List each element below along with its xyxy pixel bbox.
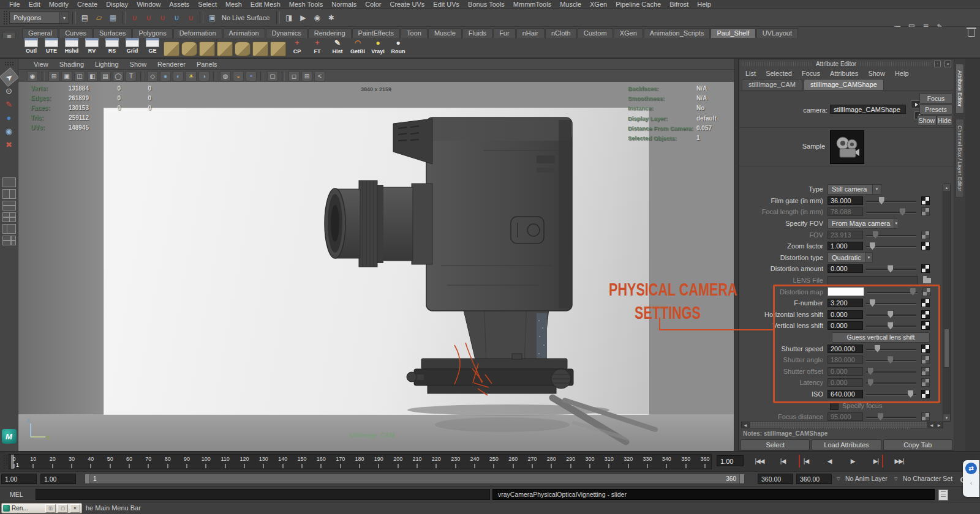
focus-button[interactable]: Focus (919, 93, 952, 103)
panel-divider[interactable] (734, 59, 739, 451)
viewport-menu-panels[interactable]: Panels (191, 61, 223, 68)
distortion-amount-slider[interactable] (866, 264, 916, 273)
isolate-select-icon[interactable]: ▢ (267, 71, 278, 81)
smooth-shade-icon[interactable]: ● (160, 71, 171, 81)
live-surface-label[interactable]: No Live Surface (218, 14, 273, 21)
presets-button[interactable]: Presets (919, 104, 952, 114)
anim-start-field[interactable]: 1.00 (40, 474, 76, 484)
frame-ruler[interactable]: 1 01020304050607080901001101201301401501… (9, 454, 712, 469)
shelf-button-rv[interactable]: RV (83, 38, 101, 58)
layout-preset-3-button[interactable] (2, 201, 16, 210)
render-icon[interactable]: ▶ (297, 12, 309, 24)
menu-color[interactable]: Color (361, 0, 385, 9)
shelf-tab-nhair[interactable]: nHair (516, 28, 545, 38)
shelf-tab-painteffects[interactable]: PaintEffects (352, 28, 401, 38)
shelf-tab-toon[interactable]: Toon (401, 28, 428, 38)
scroll-left-icon[interactable]: ◀ (742, 423, 749, 427)
menu-mmmmtools[interactable]: MmmmTools (509, 0, 556, 9)
teamviewer-dock-tab[interactable]: ⇄ ‹ (963, 460, 979, 497)
selection-mode-dropdown[interactable]: Polygons ▼ (9, 12, 69, 24)
step-back-frame-button[interactable]: |◀ (775, 455, 790, 467)
shelf-tab-rendering[interactable]: Rendering (308, 28, 352, 38)
shelf-crate-icon[interactable] (270, 42, 286, 56)
zoom-factor-slider[interactable] (866, 242, 916, 250)
fov-slider[interactable] (866, 231, 916, 239)
play-backwards-button[interactable]: ◀ (822, 455, 837, 467)
layout-preset-5-button[interactable] (2, 224, 16, 234)
map-button[interactable] (921, 412, 930, 421)
layout-preset-1-button[interactable] (2, 177, 16, 187)
ae-menu-focus[interactable]: Focus (797, 70, 825, 77)
slider-handle[interactable] (870, 242, 875, 250)
ae-menu-show[interactable]: Show (863, 70, 890, 77)
scroll-left-icon[interactable]: ◀ (928, 423, 935, 427)
command-input[interactable] (36, 489, 490, 500)
ae-menu-selected[interactable]: Selected (761, 70, 797, 77)
shelf-button-outl[interactable]: Outl (22, 38, 40, 58)
map-button[interactable] (921, 196, 930, 205)
menu-bifrost[interactable]: Bifrost (665, 0, 693, 9)
shelf-tab-fluids[interactable]: Fluids (462, 28, 492, 38)
snap-grid-icon[interactable]: ∪ (129, 12, 140, 24)
vertical-scrollbar[interactable]: ▲ ▼ (943, 184, 951, 422)
save-scene-icon[interactable]: ▦ (107, 12, 119, 24)
camera-select-icon[interactable]: ◉ (27, 71, 38, 81)
trash-icon[interactable] (968, 29, 975, 37)
scroll-down-icon[interactable]: ▼ (943, 414, 950, 421)
live-surface-icon[interactable]: ▣ (206, 12, 218, 24)
current-time-field[interactable]: 1.00 (717, 455, 744, 466)
menu-bonus-tools[interactable]: Bonus Tools (464, 0, 509, 9)
play-forward-button[interactable]: ▶ (845, 455, 860, 467)
folder-icon[interactable] (923, 278, 931, 283)
close-window-icon[interactable]: ✕ (70, 504, 80, 513)
shelf-button-ge[interactable]: GE (143, 38, 162, 58)
ae-menu-help[interactable]: Help (890, 70, 914, 77)
map-button[interactable] (921, 242, 930, 250)
side-tab-channel-box-layer-editor[interactable]: Channel Box / Layer Editor (956, 119, 964, 198)
step-forward-key-button[interactable]: ▶| (869, 455, 883, 467)
shelf-tab-curves[interactable]: Curves (59, 28, 92, 38)
use-lights-icon[interactable]: ☀ (186, 71, 197, 81)
shelf-crate-icon[interactable] (181, 42, 197, 56)
shelf-crate-icon[interactable] (164, 42, 179, 56)
shelf-tab-ncloth[interactable]: nCloth (545, 28, 577, 38)
shelf-crate-icon[interactable] (199, 42, 215, 56)
shelf-tab-muscle[interactable]: Muscle (428, 28, 462, 38)
slider-handle[interactable] (878, 413, 883, 420)
distortion-type-dropdown[interactable]: Quadratic▼ (827, 252, 873, 263)
viewport-canvas[interactable]: Verts:13188400Edges:26189900Faces:130153… (18, 82, 734, 451)
textured-icon[interactable]: ◐ (173, 71, 184, 81)
viewport-menu-show[interactable]: Show (124, 61, 153, 68)
close-panel-icon[interactable]: ✕ (944, 61, 951, 67)
restore-panel-icon[interactable]: ▫ (934, 61, 941, 67)
xray-icon[interactable]: ◒ (233, 71, 244, 81)
film-gate-in-mm-slider[interactable] (866, 196, 916, 205)
open-scene-icon[interactable]: ▱ (93, 12, 105, 24)
menu-create-uvs[interactable]: Create UVs (385, 0, 429, 9)
restore-window-icon[interactable]: ◫ (45, 504, 56, 513)
wireframe-icon[interactable]: ◇ (147, 71, 158, 81)
focal-length-in-mm-slider[interactable] (866, 207, 916, 216)
show-input-connections-icon[interactable] (911, 100, 920, 108)
default-material-icon[interactable]: ◍ (220, 71, 231, 81)
type-dropdown[interactable]: Still camera▼ (827, 184, 881, 195)
character-set-dropdown[interactable]: No Character Set (903, 474, 952, 484)
playback-end-field[interactable]: 360.00 (796, 474, 832, 484)
specify-fov-dropdown[interactable]: From Maya camera▼ (827, 218, 897, 229)
shelf-button-grid[interactable]: Grid (123, 38, 141, 58)
menu-mesh-tools[interactable]: Mesh Tools (285, 0, 327, 9)
menu-mesh[interactable]: Mesh (221, 0, 246, 9)
chevron-down-icon[interactable]: ▽ (894, 477, 897, 482)
film-gate-in-mm-field[interactable]: 36.000 (827, 196, 863, 205)
go-to-end-button[interactable]: ▶▶| (892, 455, 907, 467)
shelf-tab-animation[interactable]: Animation (223, 28, 265, 38)
resolution-gate-icon[interactable]: ◫ (74, 71, 85, 81)
snap-point-icon[interactable]: ∪ (157, 12, 168, 24)
viewport-menu-renderer[interactable]: Renderer (152, 61, 191, 68)
menu-pipeline-cache[interactable]: Pipeline Cache (611, 0, 665, 9)
range-bar[interactable]: 1 360 (85, 474, 745, 484)
menu-edit-mesh[interactable]: Edit Mesh (246, 0, 285, 9)
attribute-editor-title-bar[interactable]: Attribute Editor ▫ ✕ (739, 59, 954, 68)
menu-display[interactable]: Display (102, 0, 132, 9)
field-chart-icon[interactable]: ▤ (100, 71, 111, 81)
